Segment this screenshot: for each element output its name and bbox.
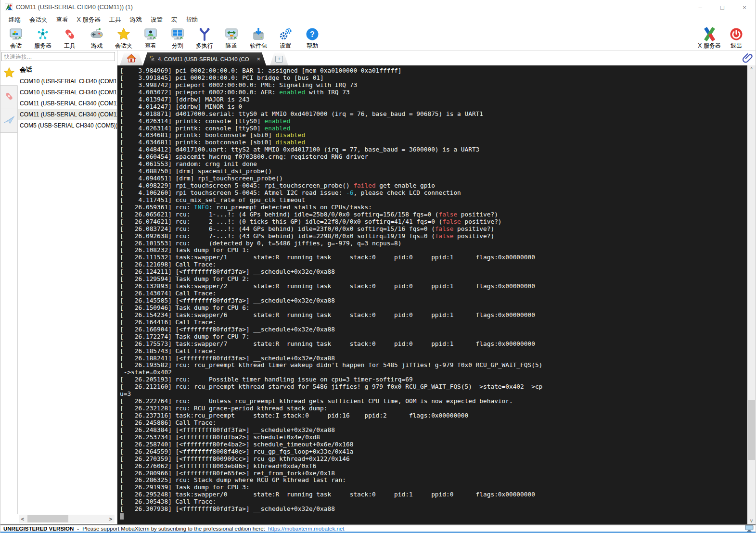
toolbar: 会话服务器工具游戏会话夹查看分割多执行隧道软件包设置?帮助 X 服务器退出 xyxy=(0,25,756,51)
terminal-line: [ 26.258740] [<ffffffff80fe4ba2>] schedu… xyxy=(120,441,746,448)
sidebar-strip-tab-star[interactable] xyxy=(0,62,18,86)
scroll-thumb[interactable] xyxy=(27,515,68,522)
paperclip-icon[interactable] xyxy=(742,52,753,65)
terminal-line: [ 4.117451] ccu_mix_set_rate of gpu_clk … xyxy=(120,197,746,204)
terminal-line: [ 26.092638] rcu: 7-...!: (43 GPs behind… xyxy=(120,233,746,240)
terminal-line: [ 26.143074] Call Trace: xyxy=(120,290,746,297)
tab-home[interactable] xyxy=(120,52,143,65)
mobatek-link[interactable]: https://mobaxterm.mobatek.net xyxy=(268,526,345,532)
terminal-line: [ 26.083724] rcu: 6-...!: (44 GPs behind… xyxy=(120,226,746,233)
terminal-line: [ 3.984969] pci 0002:00:00.0: BAR 1: ass… xyxy=(120,67,746,75)
terminal-line: [ 26.108232] Task dump for CPU 1: xyxy=(120,247,746,254)
terminal-line: [ 4.026314] printk: console [ttyS0] enab… xyxy=(120,125,746,132)
sidebar-strip-tab-paper-plane[interactable] xyxy=(0,109,17,133)
tab-bar: 4. COM11 (USB-SERIAL CH340 (CO × + xyxy=(117,51,756,65)
terminal-line: [ 26.129594] Task dump for CPU 2: xyxy=(120,276,746,283)
toolbar-button-view[interactable]: 查看 xyxy=(137,25,164,50)
terminal[interactable]: [ 3.984969] pci 0002:00:00.0: BAR 1: ass… xyxy=(117,65,756,524)
toolbar-button-label: 隧道 xyxy=(226,42,237,50)
menu-bar: 终端会话夹查看X 服务器工具游戏设置宏帮助 xyxy=(0,14,756,25)
menu-item[interactable]: 游戏 xyxy=(126,15,146,25)
terminal-cursor xyxy=(120,513,124,520)
menu-item[interactable]: 会话夹 xyxy=(25,15,52,25)
minimize-button[interactable]: – xyxy=(689,0,711,14)
plus-icon: + xyxy=(275,56,283,63)
session-list: 会话 COM10 (USB-SERIAL CH340 (COM10))COM10… xyxy=(18,62,117,514)
sidebar-strip-tab-knife[interactable] xyxy=(0,86,17,109)
window-controls: – □ × xyxy=(689,0,756,14)
menu-item[interactable]: X 服务器 xyxy=(73,15,105,25)
session-item[interactable]: COM5 (USB-SERIAL CH340 (COM5)) xyxy=(18,120,117,131)
quick-connect-input[interactable] xyxy=(1,52,115,61)
view-icon xyxy=(143,27,158,41)
toolbar-button-servers[interactable]: 服务器 xyxy=(29,25,56,50)
scroll-down-icon[interactable]: v xyxy=(747,517,756,524)
toolbar-button-label: 服务器 xyxy=(34,42,51,50)
scroll-track[interactable] xyxy=(26,515,107,523)
terminal-line: [ 4.098229] rpi_touchscreen 5-0045: rpi_… xyxy=(120,182,746,190)
terminal-line: [ 26.164416] Call Trace: xyxy=(120,319,746,326)
toolbar-button-label: 工具 xyxy=(64,42,76,50)
terminal-line: [ 26.295248] task:swapper/0 state:R runn… xyxy=(120,491,746,498)
terminal-line: [ 26.166904] [<ffffffff80fdf3fa>] __sche… xyxy=(120,326,746,333)
session-item[interactable]: COM11 (USB-SERIAL CH340 (COM11)) xyxy=(18,98,117,109)
session-list-header: 会话 xyxy=(18,64,117,76)
terminal-line: [ 4.106260] rpi_touchscreen 5-0045: Atme… xyxy=(120,190,746,197)
maximize-button[interactable]: □ xyxy=(711,0,733,14)
menu-item[interactable]: 工具 xyxy=(105,15,126,25)
toolbar-button-exit[interactable]: 退出 xyxy=(723,25,750,50)
toolbar-button-settings[interactable]: 设置 xyxy=(272,25,299,50)
session-item[interactable]: COM10 (USB-SERIAL CH340 (COM10)) xyxy=(18,76,117,87)
terminal-line: [ 26.205193] rcu: Possible timer handlin… xyxy=(120,376,746,383)
toolbar-button-label: 多执行 xyxy=(196,42,213,50)
menu-item[interactable]: 终端 xyxy=(4,15,25,25)
paper-plane-icon xyxy=(3,114,15,128)
new-tab-button[interactable]: + xyxy=(270,52,288,65)
toolbar-button-sessions-star[interactable]: 会话夹 xyxy=(110,25,137,50)
sidebar-horizontal-scrollbar[interactable]: < > xyxy=(19,515,115,523)
session-items: COM10 (USB-SERIAL CH340 (COM10))COM10 (U… xyxy=(18,76,117,131)
terminal-line: [ 3.991845] pci 0002:00:00.0: PCI bridge… xyxy=(120,75,746,82)
toolbar-button-session[interactable]: 会话 xyxy=(2,25,29,50)
terminal-scrollbar[interactable]: ^ v xyxy=(747,65,756,524)
toolbar-button-tunnel[interactable]: 隧道 xyxy=(218,25,245,50)
terminal-line: [ 26.121698] Call Trace: xyxy=(120,261,746,268)
toolbar-button-games[interactable]: 游戏 xyxy=(83,25,110,50)
terminal-line: [ 4.034681] printk: bootconsole [sbi0] d… xyxy=(120,139,746,146)
toolbar-button-xserver[interactable]: X 服务器 xyxy=(696,25,723,50)
toolbar-button-help[interactable]: ?帮助 xyxy=(299,25,326,50)
menu-item[interactable]: 宏 xyxy=(167,15,182,25)
close-button[interactable]: × xyxy=(733,0,756,14)
terminal-line: [ 26.111532] task:swapper/1 state:R runn… xyxy=(120,254,746,261)
terminal-line: [ 26.286325] rcu: Stack dump where RCU G… xyxy=(120,477,746,484)
terminal-line: [ 26.172274] Task dump for CPU 7: xyxy=(120,333,746,341)
menu-item[interactable]: 帮助 xyxy=(181,15,202,25)
tab-close-icon[interactable]: × xyxy=(255,55,260,63)
terminal-line: [ 26.150946] Task dump for CPU 6: xyxy=(120,305,746,312)
terminal-line: [ 4.026314] printk: console [ttyS0] enab… xyxy=(120,118,746,125)
menu-item[interactable]: 查看 xyxy=(52,15,73,25)
scroll-left-icon[interactable]: < xyxy=(19,516,26,522)
terminal-line: [ 26.059361] rcu: INFO: rcu_preempt dete… xyxy=(120,204,746,211)
terminal-line: [ 26.124211] [<ffffffff80fdf3fa>] __sche… xyxy=(120,268,746,276)
unregistered-label: UNREGISTERED VERSION xyxy=(3,526,74,532)
terminal-line: [ 26.188241] [<ffffffff80fdf3fa>] __sche… xyxy=(120,355,746,362)
terminal-scroll-thumb[interactable] xyxy=(748,400,755,460)
toolbar-button-packages[interactable]: 软件包 xyxy=(245,25,272,50)
settings-icon xyxy=(278,27,293,41)
toolbar-button-multiexec[interactable]: 多执行 xyxy=(191,25,218,50)
session-item[interactable]: COM11 (USB-SERIAL CH340 (COM11)) (1 xyxy=(18,109,117,120)
sidebar: 会话 COM10 (USB-SERIAL CH340 (COM10))COM10… xyxy=(0,51,117,524)
toolbar-button-split[interactable]: 分割 xyxy=(164,25,191,50)
terminal-line: [ 26.074621] rcu: 2-...!: (0 ticks this … xyxy=(120,218,746,226)
session-item[interactable]: COM10 (USB-SERIAL CH340 (COM10)) (1 xyxy=(18,87,117,98)
terminal-line: [ 4.088750] [drm] spacemit_dsi_probe() xyxy=(120,168,746,175)
multiexec-icon xyxy=(197,27,212,41)
toolbar-button-tools[interactable]: 工具 xyxy=(56,25,83,50)
terminal-line: [ 26.264559] [<ffffffff8008f40e>] rcu_gp… xyxy=(120,448,746,456)
tab-active-session[interactable]: 4. COM11 (USB-SERIAL CH340 (CO × xyxy=(143,52,266,65)
scroll-right-icon[interactable]: > xyxy=(107,516,115,522)
scroll-up-icon[interactable]: ^ xyxy=(747,65,756,73)
menu-item[interactable]: 设置 xyxy=(146,15,167,25)
terminal-line: [ 26.212160] rcu: rcu_preempt kthread st… xyxy=(120,383,746,391)
